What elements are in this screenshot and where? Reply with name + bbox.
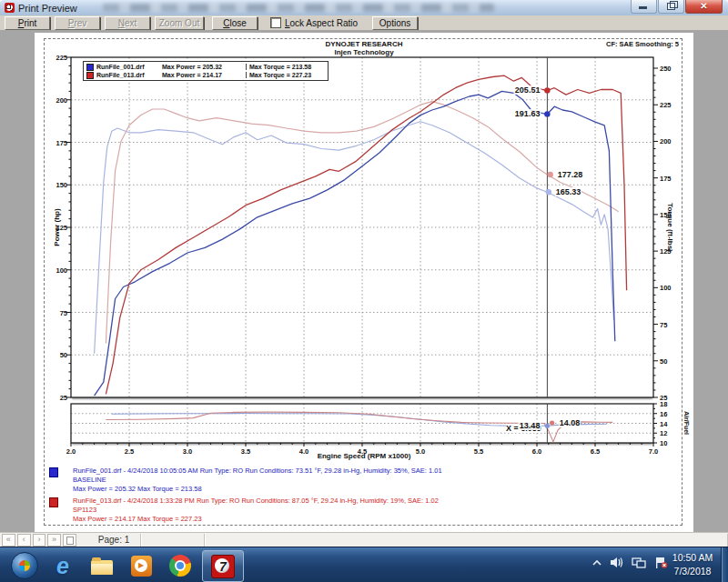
cursor-marker-dot — [544, 87, 550, 93]
print-preview-toolbar: Print Prev Next Zoom Out Close Lock Aspe… — [0, 15, 728, 31]
axis-tick-label: 100 — [660, 284, 682, 292]
run-detail-line: RunFile_013.drf - 4/24/2018 1:33:28 PM R… — [73, 497, 439, 506]
axis-tick-label: 2.5 — [119, 447, 139, 456]
report-header-line1: DYNOJET RESEARCH — [35, 40, 693, 48]
cursor-marker-dot — [546, 189, 551, 195]
cursor-value-label: 191.63 — [514, 109, 541, 118]
hidden-icons-arrow[interactable] — [592, 559, 602, 567]
restore-button[interactable] — [658, 0, 684, 14]
dynojet-app-icon: 7 — [211, 555, 235, 578]
axis-tick-label: 200 — [47, 96, 67, 105]
window-titlebar[interactable]: Print Preview ✕ — [0, 0, 728, 16]
minimize-button[interactable] — [631, 0, 657, 14]
clock-date: 7/3/2018 — [666, 565, 719, 578]
run-color-chip-blue — [49, 467, 58, 477]
file-explorer-icon[interactable] — [90, 554, 114, 577]
last-page-button[interactable]: » — [47, 534, 61, 547]
runfile-013-power — [106, 75, 626, 394]
window-controls: ✕ — [630, 0, 723, 14]
smoothing-info: CF: SAE Smoothing: 5 — [606, 40, 679, 48]
minimize-icon — [639, 6, 647, 9]
cursor-value-label: 165.33 — [555, 187, 582, 196]
axis-tick-label: 5.0 — [410, 447, 430, 456]
legend-row-sp1123: RunFile_013.drf Max Power = 214.17 Max T… — [84, 71, 328, 79]
internet-explorer-icon[interactable]: e — [51, 554, 75, 577]
run-max-line: Max Power = 214.17 Max Torque = 227.23 — [73, 515, 439, 524]
cursor-marker-dot — [544, 111, 550, 116]
window-title: Print Preview — [18, 3, 77, 14]
axis-tick-label: 5.5 — [469, 447, 489, 456]
cursor-value-label: 13.48 — [519, 421, 541, 430]
runfile-001-torque — [95, 122, 614, 354]
axis-tick-label: 175 — [660, 175, 682, 183]
lock-aspect-checkbox[interactable] — [270, 17, 281, 28]
redacted-title-text — [103, 4, 494, 12]
axis-tick-label: 175 — [47, 139, 67, 147]
axis-tick-label: 3.5 — [236, 447, 256, 456]
axis-tick-label: 12 — [660, 429, 682, 437]
cursor-marker-dot — [550, 420, 554, 425]
windows-logo-icon — [19, 560, 30, 571]
status-section — [141, 534, 205, 547]
run-detail-line: RunFile_001.drf - 4/24/2018 10:05:05 AM … — [73, 467, 442, 476]
legend-row-baseline: RunFile_001.drf Max Power = 205.32 Max T… — [84, 63, 328, 71]
cursor-marker-dot — [545, 424, 550, 428]
report-header-line2: Injen Technology — [35, 48, 693, 56]
axis-tick-label: 3.0 — [177, 447, 197, 456]
axis-tick-label: 225 — [660, 101, 682, 109]
close-window-button[interactable]: ✕ — [685, 0, 723, 14]
axis-tick-label: 225 — [47, 54, 67, 62]
close-preview-button[interactable]: Close — [212, 16, 258, 30]
preview-client-area: DYNOJET RESEARCH Injen Technology CF: SA… — [0, 30, 728, 532]
close-icon: ✕ — [686, 1, 722, 11]
legend-max-torque: Max Torque = 213.58 — [246, 64, 311, 70]
clock-time: 10:50 AM — [666, 551, 719, 565]
main-chart-svg — [71, 57, 653, 397]
axis-tick-label: 25 — [47, 394, 67, 402]
axis-tick-label: 125 — [47, 224, 67, 232]
cursor-value-label: 14.08 — [559, 418, 581, 427]
axis-tick-label: 2.0 — [61, 447, 81, 456]
axis-tick-label: 125 — [660, 247, 682, 256]
dyno-main-chart: RunFile_001.drf Max Power = 205.32 Max T… — [71, 57, 653, 397]
print-button[interactable]: Print — [5, 16, 50, 30]
run-max-line: Max Power = 205.32 Max Torque = 213.58 — [73, 485, 442, 494]
chrome-icon[interactable] — [168, 554, 192, 577]
show-desktop-button[interactable] — [721, 547, 728, 582]
run-color-chip-red — [49, 497, 58, 507]
axis-tick-label: 4.0 — [294, 447, 314, 456]
next-page-button: Next — [105, 16, 150, 30]
axis-tick-label: 100 — [47, 266, 67, 275]
lock-aspect-label[interactable]: Lock Aspect Ratio — [285, 18, 358, 28]
run-label-line: BASELINE — [73, 476, 442, 485]
legend-max-torque: Max Torque = 227.23 — [246, 72, 311, 78]
axis-tick-label: 250 — [660, 65, 682, 73]
axis-tick-label: 18 — [660, 400, 682, 408]
options-button[interactable]: Options — [372, 16, 418, 30]
chart-legend: RunFile_001.drf Max Power = 205.32 Max T… — [83, 61, 329, 81]
legend-max-power: Max Power = 205.32 — [162, 64, 246, 70]
axis-tick-label: 50 — [660, 357, 682, 366]
axis-tick-label: 10 — [660, 439, 682, 447]
axis-tick-label: 75 — [47, 309, 67, 317]
axis-tick-label: 200 — [660, 137, 682, 146]
prev-page-button: Prev — [55, 16, 100, 30]
legend-swatch-red — [86, 72, 94, 79]
volume-icon[interactable] — [610, 557, 623, 568]
taskbar-clock[interactable]: 10:50 AM 7/3/2018 — [666, 551, 719, 578]
media-player-icon[interactable]: ▶ — [129, 554, 153, 577]
start-button[interactable] — [11, 552, 38, 579]
page-setup-button[interactable] — [63, 534, 76, 547]
dynojet-app-taskbar-button[interactable]: 7 — [202, 550, 244, 582]
first-page-button[interactable]: « — [2, 534, 15, 547]
axis-tick-label: 150 — [47, 181, 67, 189]
prev-page-nav-button[interactable]: ‹ — [17, 534, 31, 547]
network-icon[interactable] — [632, 557, 646, 568]
page-indicator: Page: 1 — [87, 534, 142, 547]
legend-swatch-blue — [86, 64, 94, 71]
next-page-nav-button[interactable]: › — [33, 534, 46, 547]
axis-tick-label: 150 — [660, 211, 682, 219]
cursor-marker-dot — [548, 172, 553, 177]
legend-file-name: RunFile_013.drf — [96, 72, 162, 78]
run-info-sp1123: RunFile_013.drf - 4/24/2018 1:33:28 PM R… — [49, 497, 439, 524]
